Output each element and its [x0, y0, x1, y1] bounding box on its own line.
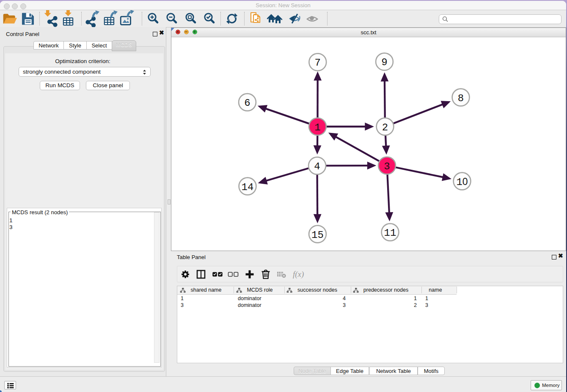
- svg-text:4: 4: [314, 161, 320, 172]
- svg-text:9: 9: [381, 57, 387, 68]
- svg-text:15: 15: [311, 229, 324, 241]
- svg-text:11: 11: [384, 227, 396, 239]
- svg-text:3: 3: [384, 161, 390, 172]
- svg-text:f(x): f(x): [293, 270, 304, 279]
- svg-text:7: 7: [315, 57, 321, 69]
- svg-text:14: 14: [242, 182, 254, 193]
- svg-text:8: 8: [458, 93, 464, 104]
- svg-text:10: 10: [456, 176, 468, 188]
- svg-text:1: 1: [314, 122, 320, 133]
- svg-text:2: 2: [382, 122, 388, 133]
- svg-text:6: 6: [244, 97, 250, 109]
